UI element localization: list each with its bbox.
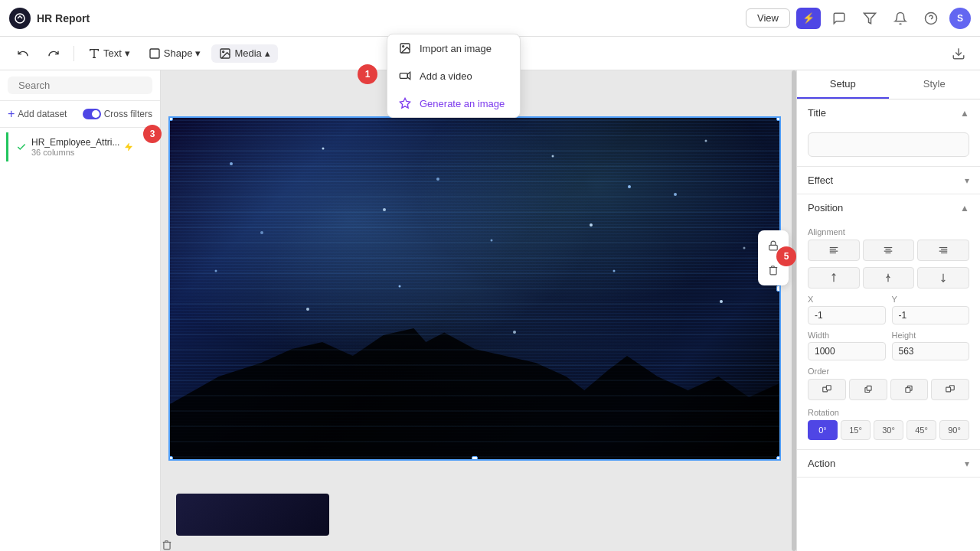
cross-filters-button[interactable]: Cross filters: [83, 109, 152, 119]
title-input[interactable]: [808, 132, 969, 157]
generate-image-item[interactable]: Generate an image: [387, 90, 520, 117]
action-chevron-icon: ▾: [965, 458, 969, 469]
canvas-image-container[interactable]: [168, 116, 781, 461]
align-center-button[interactable]: [863, 240, 915, 261]
bell-icon-button[interactable]: [888, 6, 913, 31]
trash-icon: [768, 265, 779, 276]
x-field: X: [808, 295, 886, 324]
help-icon-button[interactable]: [919, 6, 943, 31]
x-input[interactable]: [808, 306, 886, 324]
order-forward-icon: [863, 384, 874, 395]
rotation-15-button[interactable]: 15°: [841, 420, 871, 440]
add-video-item[interactable]: Add a video: [387, 62, 520, 90]
media-button[interactable]: Media ▴: [211, 44, 277, 63]
search-input[interactable]: [18, 80, 147, 91]
lock-button[interactable]: [763, 235, 784, 256]
user-avatar[interactable]: S: [949, 8, 971, 29]
dataset-item[interactable]: HR_Employee_Attri... 36 columns 3: [6, 132, 154, 161]
share-button[interactable]: ⚡: [796, 8, 821, 29]
rotation-0-button[interactable]: 0°: [808, 420, 838, 440]
media-dropdown: Import an image Add a video Generate an …: [387, 34, 521, 118]
canvas-scrollbar[interactable]: [792, 70, 796, 551]
delete-button[interactable]: [763, 259, 784, 281]
svg-point-25: [215, 270, 217, 272]
resize-handle-tl[interactable]: [168, 116, 173, 121]
filter-icon-button[interactable]: [858, 6, 882, 31]
add-dataset-button[interactable]: + Add dataset: [8, 107, 67, 121]
filter-icon: [863, 11, 877, 25]
svg-point-23: [674, 193, 677, 196]
undo-button[interactable]: [9, 44, 37, 63]
order-backward-button[interactable]: [890, 379, 929, 400]
search-area: [0, 70, 160, 101]
svg-point-8: [223, 51, 224, 52]
canvas-area[interactable]: 1: [161, 70, 796, 551]
align-left-button[interactable]: [808, 240, 860, 261]
resize-handle-bl[interactable]: [168, 456, 173, 461]
tab-setup[interactable]: Setup: [797, 70, 889, 99]
align-center-icon: [883, 245, 893, 256]
right-panel: Setup Style Title ▲ Effect ▾ Position ▲: [796, 70, 980, 551]
position-section-content: Alignment: [797, 221, 980, 449]
resize-handle-rm[interactable]: [776, 285, 781, 292]
svg-rect-31: [769, 245, 778, 249]
svg-rect-6: [150, 49, 159, 58]
import-image-item[interactable]: Import an image: [387, 34, 520, 62]
svg-point-19: [260, 231, 263, 234]
order-back-button[interactable]: [931, 379, 969, 400]
rotation-45-button[interactable]: 45°: [906, 420, 936, 440]
svg-rect-52: [906, 388, 910, 393]
canvas-thumbnail-strip[interactable]: [176, 494, 329, 536]
title-section-header[interactable]: Title ▲: [797, 99, 980, 126]
rotation-30-button[interactable]: 30°: [874, 420, 903, 440]
align-bottom-button[interactable]: [917, 267, 969, 289]
rotation-label: Rotation: [808, 408, 969, 417]
alignment-label: Alignment: [808, 227, 969, 236]
redo-button[interactable]: [40, 44, 67, 63]
svg-point-29: [613, 270, 616, 272]
resize-handle-bm[interactable]: [472, 456, 478, 461]
width-label: Width: [808, 331, 886, 340]
badge-1: 1: [358, 70, 377, 84]
chat-icon-button[interactable]: [827, 6, 851, 31]
align-right-button[interactable]: [917, 240, 969, 261]
effect-section-header[interactable]: Effect ▾: [797, 167, 980, 194]
text-button[interactable]: Text ▾: [80, 44, 138, 63]
height-input[interactable]: [892, 342, 970, 360]
width-input[interactable]: [808, 342, 886, 360]
shape-button[interactable]: Shape ▾: [141, 44, 209, 63]
title-chevron-icon: ▲: [960, 108, 969, 119]
svg-point-24: [743, 247, 746, 249]
align-middle-button[interactable]: [863, 267, 915, 289]
order-forward-button[interactable]: [849, 379, 887, 400]
rotation-90-button[interactable]: 90°: [939, 420, 969, 440]
canvas-image-bg: [170, 118, 779, 459]
thumbnail-delete-button[interactable]: [161, 537, 175, 551]
shape-chevron: ▾: [195, 47, 201, 59]
align-top-button[interactable]: [808, 267, 860, 289]
toggle-icon: [83, 109, 101, 119]
svg-marker-12: [126, 143, 132, 151]
order-front-button[interactable]: [808, 379, 846, 400]
action-section-header[interactable]: Action ▾: [797, 450, 980, 477]
left-panel: + Add dataset Cross filters HR_Employee_…: [0, 70, 161, 551]
tab-style[interactable]: Style: [889, 70, 981, 99]
resize-handle-br[interactable]: [776, 456, 781, 461]
y-label: Y: [892, 295, 970, 304]
rotation-section: Rotation 0° 15° 30° 45° 90°: [808, 408, 969, 440]
svg-rect-50: [867, 386, 871, 390]
y-input[interactable]: [892, 306, 970, 324]
order-back-icon: [945, 384, 956, 395]
view-button[interactable]: View: [746, 8, 790, 28]
svg-point-17: [628, 185, 631, 188]
align-middle-icon: [883, 272, 893, 283]
add-icon: +: [8, 107, 15, 121]
app-title: HR Report: [37, 12, 740, 24]
download-icon: [952, 47, 965, 60]
lock-icon: [768, 240, 779, 251]
resize-handle-tr[interactable]: [776, 116, 781, 121]
shape-icon: [149, 47, 161, 60]
position-section-header[interactable]: Position ▲: [797, 194, 980, 221]
download-button[interactable]: [946, 41, 971, 66]
svg-marker-59: [400, 98, 410, 108]
